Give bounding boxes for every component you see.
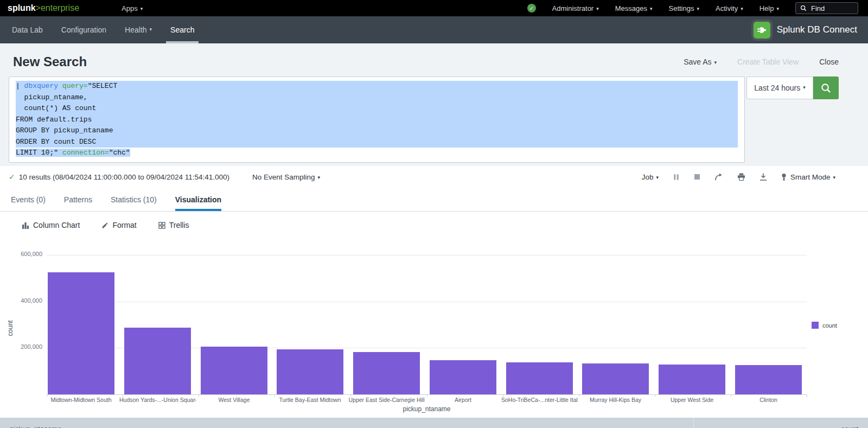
gridline	[47, 302, 807, 302]
chart-bar-soho-tribeca-nter-little-italy[interactable]	[506, 362, 573, 394]
tab-events-0-[interactable]: Events (0)	[11, 188, 46, 211]
query-line: FROM default.trips	[16, 114, 738, 126]
legend-swatch	[812, 322, 819, 329]
chart-bar-hudson-yards-union-square[interactable]	[124, 328, 191, 394]
apps-menu[interactable]: Apps	[122, 4, 143, 12]
column-header-count[interactable]: count	[693, 418, 858, 428]
topbar-menu-activity[interactable]: Activity	[716, 4, 743, 12]
job-controls: Job Smart Mode	[642, 173, 835, 181]
app-nav-bar: Data LabConfigurationHealthSearch Splunk…	[0, 16, 868, 43]
export-icon[interactable]	[760, 173, 767, 181]
header-actions: Save As Create Table View Close	[684, 58, 839, 66]
nav-item-search[interactable]: Search	[161, 16, 203, 43]
x-axis-label: Turtle Bay-East Midtown	[272, 397, 348, 403]
gridline	[47, 255, 807, 255]
query-line: LIMIT 10;" connection="chc"	[16, 148, 738, 159]
y-axis-title: count	[7, 318, 14, 338]
stop-icon	[694, 174, 700, 180]
chart-bar-murray-hill-kips-bay[interactable]	[582, 363, 649, 394]
search-icon	[800, 5, 807, 11]
print-icon[interactable]	[737, 173, 745, 181]
viz-controls: Column Chart Format Trellis	[0, 212, 868, 239]
check-icon: ✓	[9, 173, 15, 181]
x-axis-label: Murray Hill-Kips Bay	[577, 397, 654, 403]
topbar-menu-settings[interactable]: Settings	[669, 4, 700, 12]
x-axis-title: pickup_ntaname	[47, 405, 807, 413]
app-name: Splunk DB Connect	[777, 24, 857, 35]
x-axis-label: Midtown-Midtown South	[43, 397, 119, 403]
results-bar: ✓ 10 results (08/04/2024 11:00:00.000 to…	[0, 166, 868, 188]
close-button[interactable]: Close	[819, 58, 839, 66]
app-nav-items: Data LabConfigurationHealthSearch	[3, 16, 203, 43]
share-icon[interactable]	[714, 173, 723, 181]
save-as-button[interactable]: Save As	[684, 58, 717, 66]
smart-mode-label: Smart Mode	[790, 173, 835, 181]
topbar-menu-help[interactable]: Help	[760, 4, 779, 12]
chart-bar-upper-west-side[interactable]	[659, 365, 725, 394]
x-axis-label: Clinton	[730, 397, 807, 403]
pause-icon	[673, 174, 680, 181]
query-line: pickup_ntaname,	[16, 92, 738, 104]
x-axis-label: SoHo-TriBeCa-...nter-Little Italy	[501, 397, 578, 403]
splunk-logo[interactable]: splunk>enterprise	[8, 3, 79, 13]
query-line: GROUP BY pickup_ntaname	[16, 125, 738, 137]
trellis-button[interactable]: Trellis	[158, 221, 189, 229]
chart-bar-turtle-bay-east-midtown[interactable]	[277, 349, 343, 394]
column-chart: count pickup_ntaname count 200,000400,00…	[0, 239, 868, 415]
query-line: count(*) AS count	[16, 103, 738, 114]
y-tick-label: 400,000	[0, 297, 42, 304]
topbar-menus: AdministratorMessagesSettingsActivityHel…	[552, 4, 779, 12]
chart-bar-upper-east-side-carnegie-hill[interactable]	[353, 352, 420, 394]
top-bar: splunk>enterprise Apps ✓ AdministratorMe…	[0, 0, 868, 16]
y-tick-label: 600,000	[0, 251, 42, 257]
pencil-icon	[101, 222, 108, 229]
chart-bar-airport[interactable]	[430, 360, 496, 394]
x-axis-label: Airport	[425, 397, 501, 403]
format-button[interactable]: Format	[101, 221, 136, 229]
x-axis-label: Upper East Side-Carnegie Hill	[348, 397, 425, 403]
query-line: ORDER BY count DESC	[16, 137, 738, 148]
topbar-menu-administrator[interactable]: Administrator	[552, 4, 599, 12]
time-range-picker[interactable]: Last 24 hours	[746, 76, 813, 99]
run-search-button[interactable]	[813, 76, 839, 99]
smart-mode-dropdown[interactable]: Smart Mode	[781, 173, 835, 181]
search-row: | dbxquery query="SELECT pickup_ntaname,…	[9, 76, 868, 163]
health-status-icon[interactable]: ✓	[527, 4, 536, 12]
chart-bar-clinton[interactable]	[735, 365, 802, 394]
x-tick	[807, 394, 807, 397]
db-connect-plug-icon	[754, 22, 770, 39]
nav-item-data-lab[interactable]: Data Lab	[3, 16, 52, 43]
chart-type-button[interactable]: Column Chart	[22, 221, 80, 229]
chart-bar-west-village[interactable]	[201, 347, 267, 394]
y-tick-label: 200,000	[0, 343, 42, 350]
search-query-editor[interactable]: | dbxquery query="SELECT pickup_ntaname,…	[9, 76, 745, 163]
topbar-menu-messages[interactable]: Messages	[615, 4, 653, 12]
find-input[interactable]	[810, 4, 852, 13]
page-title: New Search	[13, 54, 87, 69]
x-axis-label: West Village	[196, 397, 272, 403]
job-menu[interactable]: Job	[642, 173, 659, 181]
chart-bar-midtown-midtown-south[interactable]	[48, 272, 114, 394]
splunk-db-connect-search-page: splunk>enterprise Apps ✓ AdministratorMe…	[0, 0, 868, 428]
find-box[interactable]	[795, 2, 858, 14]
tab-patterns[interactable]: Patterns	[64, 188, 92, 211]
topbar-right: ✓ AdministratorMessagesSettingsActivityH…	[527, 2, 858, 14]
statistics-table-header: pickup_ntaname count	[0, 418, 868, 428]
tab-visualization[interactable]: Visualization	[175, 188, 221, 211]
splunk-logo-brand: splunk	[8, 3, 36, 12]
event-sampling-dropdown[interactable]: No Event Sampling	[252, 173, 320, 181]
lightbulb-icon	[781, 173, 787, 181]
nav-item-health[interactable]: Health	[116, 16, 161, 43]
results-summary: 10 results (08/04/2024 11:00:00.000 to 0…	[19, 173, 229, 181]
tab-statistics-10-[interactable]: Statistics (10)	[111, 188, 157, 211]
search-header-section: New Search Save As Create Table View Clo…	[0, 43, 868, 166]
search-icon	[820, 82, 832, 94]
column-chart-icon	[22, 221, 29, 229]
column-header-pickup-ntaname[interactable]: pickup_ntaname	[10, 425, 693, 428]
x-axis-label: Upper West Side	[654, 397, 730, 403]
app-identity[interactable]: Splunk DB Connect	[754, 16, 857, 43]
chart-legend[interactable]: count	[812, 322, 837, 329]
format-label: Format	[112, 221, 136, 229]
trellis-label: Trellis	[169, 221, 189, 229]
nav-item-configuration[interactable]: Configuration	[52, 16, 116, 43]
